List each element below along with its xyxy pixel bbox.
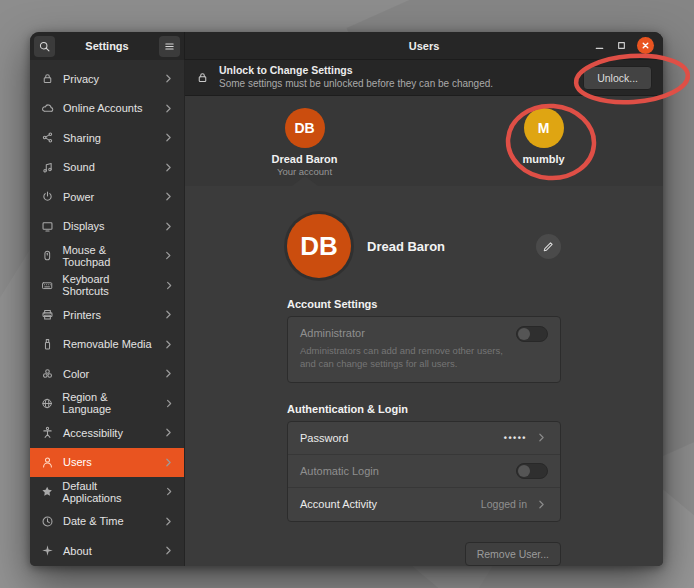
- chevron-right-icon: [163, 485, 175, 498]
- titlebar: Settings Users: [30, 32, 663, 60]
- sidebar-item-label: Printers: [63, 309, 101, 321]
- sidebar-item-privacy[interactable]: Privacy: [30, 64, 184, 94]
- password-value: •••••: [504, 433, 527, 443]
- sidebar-item-online-accounts[interactable]: Online Accounts: [30, 94, 184, 124]
- menu-button[interactable]: [159, 36, 180, 57]
- toggle-knob: [518, 328, 530, 340]
- automatic-login-label: Automatic Login: [300, 465, 379, 477]
- sidebar-item-date-time[interactable]: Date & Time: [30, 507, 184, 537]
- sidebar-item-icon: [41, 426, 54, 439]
- footer-row: Remove User...: [287, 542, 561, 566]
- sidebar-item-label: Accessibility: [63, 427, 123, 439]
- sidebar-item-label: Online Accounts: [63, 102, 143, 114]
- search-button[interactable]: [34, 36, 55, 57]
- account-activity-value: Logged in: [481, 498, 527, 510]
- user-detail: DB Dread Baron Account Settings Administ…: [185, 186, 663, 566]
- sidebar-item-accessibility[interactable]: Accessibility: [30, 418, 184, 448]
- password-row[interactable]: Password •••••: [288, 422, 560, 455]
- authentication-heading: Authentication & Login: [287, 403, 561, 415]
- administrator-row: Administrator Administrators can add and…: [288, 317, 560, 382]
- sidebar-item-printers[interactable]: Printers: [30, 300, 184, 330]
- sidebar-item-icon: [41, 190, 54, 203]
- sidebar-item-mouse-touchpad[interactable]: Mouse & Touchpad: [30, 241, 184, 271]
- automatic-login-row: Automatic Login: [288, 455, 560, 488]
- chevron-right-icon: [162, 220, 175, 233]
- sidebar-item-icon: [41, 515, 54, 528]
- chevron-right-icon: [163, 397, 175, 410]
- sidebar-item-keyboard-shortcuts[interactable]: Keyboard Shortcuts: [30, 271, 184, 301]
- unlock-banner: Unlock to Change Settings Some settings …: [185, 60, 663, 96]
- chevron-right-icon: [162, 544, 175, 557]
- user-carousel: DB Dread Baron Your account M mumbly: [185, 96, 663, 186]
- sidebar-item-default-applications[interactable]: Default Applications: [30, 477, 184, 507]
- settings-window: Settings Users Privacy: [30, 32, 663, 566]
- sidebar-item-label: Default Applications: [62, 480, 153, 504]
- window-controls: [593, 32, 654, 59]
- sidebar-item-icon: [41, 161, 54, 174]
- sidebar-item-removable-media[interactable]: Removable Media: [30, 330, 184, 360]
- sidebar-item-icon: [41, 72, 54, 85]
- sidebar-item-icon: [41, 367, 54, 380]
- administrator-description: Administrators can add and remove other …: [300, 345, 518, 371]
- sidebar-item-label: Power: [63, 191, 94, 203]
- desktop: { "colors": { "accent": "#e95420", "anno…: [0, 0, 694, 588]
- sidebar-item-label: Displays: [63, 220, 105, 232]
- sidebar-item-color[interactable]: Color: [30, 359, 184, 389]
- account-activity-row[interactable]: Account Activity Logged in: [288, 488, 560, 521]
- selected-user-caret: [292, 176, 318, 186]
- minimize-button[interactable]: [593, 39, 606, 52]
- sidebar-item-label: Removable Media: [63, 338, 152, 350]
- sidebar-item-label: Keyboard Shortcuts: [62, 273, 153, 297]
- sidebar-item-label: Mouse & Touchpad: [63, 244, 154, 268]
- sidebar-item-sharing[interactable]: Sharing: [30, 123, 184, 153]
- chevron-right-icon: [162, 102, 175, 115]
- chevron-right-icon: [535, 498, 548, 511]
- sidebar-item-about[interactable]: About: [30, 536, 184, 566]
- user-card-dread-baron[interactable]: DB Dread Baron Your account: [185, 96, 424, 186]
- automatic-login-toggle[interactable]: [516, 463, 548, 479]
- sidebar-item-label: Sound: [63, 161, 95, 173]
- unlock-button[interactable]: Unlock...: [583, 66, 652, 90]
- main-header: Users: [185, 32, 663, 60]
- sidebar-item-icon: [41, 308, 54, 321]
- account-activity-label: Account Activity: [300, 498, 377, 510]
- sidebar-item-icon: [41, 397, 53, 410]
- administrator-label: Administrator: [300, 327, 548, 339]
- chevron-right-icon: [163, 279, 175, 292]
- administrator-toggle[interactable]: [516, 326, 548, 342]
- chevron-right-icon: [162, 190, 175, 203]
- users-panel: Unlock to Change Settings Some settings …: [185, 60, 663, 566]
- sidebar-item-power[interactable]: Power: [30, 182, 184, 212]
- chevron-right-icon: [162, 367, 175, 380]
- remove-user-button[interactable]: Remove User...: [465, 542, 561, 566]
- sidebar-item-icon: [41, 249, 54, 262]
- user-name: Dread Baron: [271, 153, 337, 165]
- app-title: Settings: [85, 40, 128, 52]
- edit-name-button[interactable]: [536, 234, 561, 259]
- avatar: M: [524, 108, 564, 148]
- search-icon: [38, 40, 51, 53]
- authentication-card: Password ••••• Automatic Login: [287, 421, 561, 522]
- sidebar-item-users[interactable]: Users: [30, 448, 184, 478]
- pencil-icon: [542, 240, 555, 253]
- toggle-knob: [518, 465, 530, 477]
- chevron-right-icon: [162, 72, 175, 85]
- sidebar-item-displays[interactable]: Displays: [30, 212, 184, 242]
- chevron-right-icon: [162, 456, 175, 469]
- unlock-banner-subtitle: Some settings must be unlocked before th…: [219, 78, 493, 91]
- maximize-button[interactable]: [615, 39, 628, 52]
- sidebar-item-sound[interactable]: Sound: [30, 153, 184, 183]
- sidebar-item-label: Sharing: [63, 132, 101, 144]
- close-button[interactable]: [637, 37, 654, 54]
- sidebar-header: Settings: [30, 32, 185, 60]
- sidebar-item-icon: [41, 102, 54, 115]
- sidebar-item-region-language[interactable]: Region & Language: [30, 389, 184, 419]
- chevron-right-icon: [162, 161, 175, 174]
- sidebar-item-icon: [41, 131, 54, 144]
- account-settings-card: Administrator Administrators can add and…: [287, 316, 561, 383]
- chevron-right-icon: [162, 426, 175, 439]
- user-card-mumbly[interactable]: M mumbly: [424, 96, 663, 186]
- sidebar-item-label: Privacy: [63, 73, 99, 85]
- sidebar-item-label: Region & Language: [62, 391, 154, 415]
- sidebar-item-icon: [41, 544, 54, 557]
